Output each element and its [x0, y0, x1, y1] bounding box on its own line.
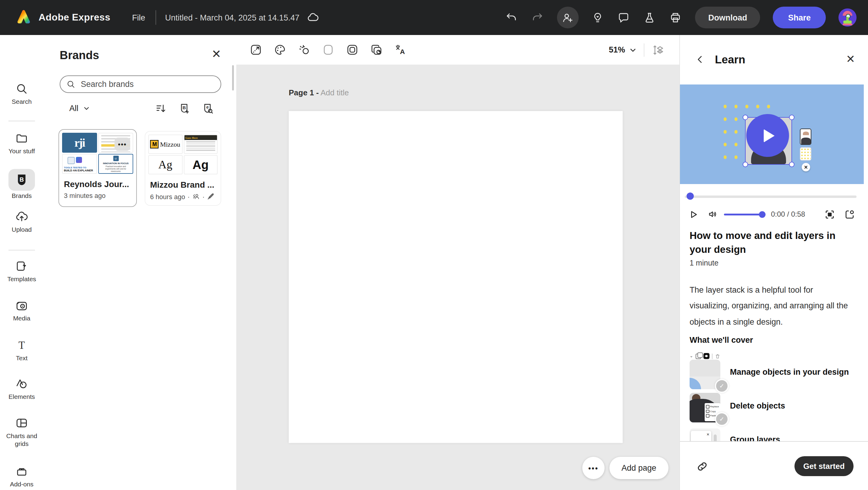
- sidebar-item-brands[interactable]: B Brands: [0, 169, 43, 200]
- frame-icon[interactable]: [346, 44, 359, 56]
- page-number-label: Page 1 -: [289, 88, 319, 97]
- find-brand-icon[interactable]: e: [202, 103, 214, 115]
- copy-link-icon[interactable]: [695, 460, 709, 473]
- share-button[interactable]: Share: [773, 7, 826, 28]
- account-avatar[interactable]: [838, 8, 857, 27]
- brand-card-thumbnails: M Mizzou Goes Here Ag Ag: [148, 135, 218, 174]
- background-swatch-icon[interactable]: [322, 44, 335, 56]
- document-title[interactable]: Untitled - March 04, 2025 at 14.15.47: [165, 13, 300, 22]
- check-badge-icon: ✓: [715, 412, 729, 426]
- svg-text:T: T: [19, 340, 25, 351]
- video-play-overlay-button[interactable]: [746, 114, 789, 157]
- brands-search-input[interactable]: [80, 79, 203, 89]
- cloud-save-icon[interactable]: [306, 11, 319, 24]
- sidebar-item-media[interactable]: Media: [0, 299, 43, 322]
- templates-icon: [15, 259, 28, 273]
- app-name: Adobe Express: [38, 12, 110, 23]
- lesson-description: The layer stack is a helpful tool for vi…: [689, 282, 854, 330]
- get-started-button[interactable]: Get started: [795, 456, 854, 476]
- add-page-button[interactable]: Add page: [610, 457, 669, 479]
- fullscreen-icon[interactable]: [824, 208, 835, 220]
- layers-icon: [704, 353, 710, 359]
- file-menu[interactable]: File: [132, 13, 145, 22]
- lesson-duration: 1 minute: [689, 259, 718, 267]
- thumb-serif-specimen: Ag: [148, 155, 182, 174]
- learn-panel-close-icon[interactable]: ✕: [844, 53, 857, 66]
- thumb-mizzou-logo: M Mizzou: [148, 135, 182, 154]
- sort-icon[interactable]: [155, 103, 167, 115]
- brands-filter-dropdown[interactable]: All: [69, 104, 90, 113]
- search-icon: [15, 82, 28, 95]
- sidebar-item-elements[interactable]: Elements: [0, 377, 43, 401]
- sidebar-item-search[interactable]: Search: [0, 82, 43, 106]
- redo-icon[interactable]: [531, 11, 544, 24]
- canvas-area: A 51% Page 1 - Add title ••• Add page: [236, 35, 679, 490]
- brands-search[interactable]: [60, 76, 221, 93]
- brands-panel-close-icon[interactable]: ✕: [210, 47, 223, 60]
- design-page[interactable]: [289, 111, 623, 443]
- resize-icon[interactable]: [250, 44, 262, 56]
- adobe-express-logo[interactable]: [14, 8, 33, 27]
- thumb-innovation-in-focus: rji INNOVATION IN FOCUS Practical innova…: [98, 154, 133, 174]
- brand-card-reynolds[interactable]: ••• rji TOOLS TESTED TO BUILD AN EXPLAIN…: [59, 129, 137, 207]
- sidebar-item-add-ons[interactable]: Add-ons: [0, 465, 43, 488]
- elements-icon: [15, 377, 28, 391]
- picture-in-picture-icon[interactable]: [844, 208, 855, 220]
- charts-grids-icon: [15, 416, 28, 430]
- volume-slider[interactable]: [724, 213, 765, 215]
- cover-item-manage-objects[interactable]: ⌄ ✓ Manage objects in your design: [680, 352, 864, 389]
- page-title-placeholder[interactable]: Add title: [321, 88, 349, 97]
- add-ons-icon: [15, 465, 28, 478]
- brand-card-thumbnails: ••• rji TOOLS TESTED TO BUILD AN EXPLAIN…: [62, 133, 133, 174]
- video-layer-thumb-pattern: [800, 147, 811, 161]
- canvas-toolbar: A 51%: [236, 35, 679, 64]
- brand-card-mizzou[interactable]: M Mizzou Goes Here Ag Ag Mizzou Brand ..…: [145, 131, 221, 206]
- brands-panel: Brands ✕ All B e ••• rji TOOLS TESTED TO: [43, 35, 237, 490]
- video-progress-handle[interactable]: [687, 193, 694, 200]
- page-title-bar[interactable]: Page 1 - Add title: [289, 88, 349, 97]
- layers-panel-icon[interactable]: [652, 43, 665, 56]
- duplicate-timer-icon[interactable]: [370, 44, 383, 56]
- zoom-level-dropdown[interactable]: 51%: [609, 45, 637, 54]
- print-icon[interactable]: [669, 11, 682, 24]
- lesson-video[interactable]: ✕: [680, 85, 864, 184]
- translate-icon[interactable]: A: [394, 44, 407, 56]
- video-layer-close-icon: ✕: [802, 163, 810, 171]
- back-chevron-icon[interactable]: [695, 53, 707, 65]
- left-rail: Search Your stuff B Brands Upload Templa…: [0, 35, 44, 490]
- sidebar-item-charts-grids[interactable]: Charts and grids: [0, 416, 43, 448]
- volume-icon[interactable]: [708, 209, 718, 220]
- panel-scrollbar[interactable]: [232, 65, 234, 90]
- rail-divider: [8, 250, 35, 251]
- svg-text:e: e: [206, 105, 209, 110]
- volume-slider-handle: [759, 211, 766, 218]
- comment-icon[interactable]: [617, 11, 630, 24]
- invite-people-button[interactable]: [557, 7, 579, 28]
- lesson-title: How to move and edit layers in your desi…: [689, 229, 854, 256]
- learn-panel-title: Learn: [715, 53, 745, 66]
- search-icon: [66, 80, 75, 89]
- animate-icon[interactable]: [298, 44, 310, 56]
- download-button[interactable]: Download: [695, 7, 761, 28]
- sidebar-item-upload[interactable]: Upload: [0, 210, 43, 234]
- video-progress-track[interactable]: [685, 196, 857, 198]
- add-brand-icon[interactable]: B: [179, 103, 190, 115]
- sidebar-item-your-stuff[interactable]: Your stuff: [0, 132, 43, 155]
- thumb-headline-doc: Goes Here: [184, 135, 218, 154]
- card-overflow-icon[interactable]: •••: [115, 138, 130, 151]
- undo-icon[interactable]: [505, 11, 518, 24]
- thumb-rji-logo: rji: [62, 133, 97, 153]
- sidebar-item-text[interactable]: T Text: [0, 339, 43, 362]
- cover-item-delete-objects[interactable]: Replace Copy Paste ✓ Delete objects: [680, 393, 864, 427]
- check-badge-icon: ✓: [715, 379, 729, 393]
- play-icon[interactable]: [688, 209, 699, 219]
- lightbulb-icon[interactable]: [591, 11, 604, 24]
- mini-toolbar: ⌄: [689, 353, 720, 359]
- learn-panel: Learn ✕ ✕ 0:0: [679, 35, 868, 490]
- thumb-sans-specimen: Ag: [184, 155, 218, 174]
- page-more-button[interactable]: •••: [582, 457, 604, 479]
- upload-cloud-icon: [15, 210, 28, 223]
- labs-flask-icon[interactable]: [643, 11, 656, 24]
- color-palette-icon[interactable]: [274, 44, 286, 56]
- sidebar-item-templates[interactable]: Templates: [0, 259, 43, 283]
